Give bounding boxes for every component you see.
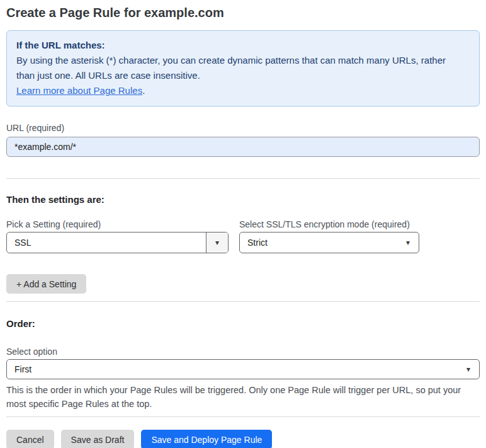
page-rule-form: Create a Page Rule for example.com If th… [0,0,486,448]
ssl-mode-selected-value: Strict [240,233,406,253]
order-selected-value: First [7,360,466,379]
save-and-deploy-button[interactable]: Save and Deploy Page Rule [141,430,272,448]
pick-setting-arrow-segment[interactable]: ▾ [206,233,228,253]
url-input[interactable] [6,137,480,157]
section-divider [6,301,480,302]
pick-setting-label: Pick a Setting (required) [6,219,229,230]
settings-row: Pick a Setting (required) SSL ▾ Select S… [6,206,480,253]
chevron-down-icon: ▾ [215,239,219,246]
chevron-down-icon: ▾ [406,239,410,246]
url-field-label: URL (required) [6,122,480,134]
info-box-link-line: Learn more about Page Rules. [16,83,470,98]
ssl-mode-arrow-wrap: ▾ [406,233,419,253]
save-as-draft-button[interactable]: Save as Draft [61,430,135,448]
order-arrow-wrap: ▾ [466,360,479,379]
order-section-heading: Order: [6,318,480,330]
info-box-heading: If the URL matches: [16,38,470,53]
add-setting-button[interactable]: + Add a Setting [6,274,86,294]
order-select-label: Select option [6,346,480,357]
chevron-down-icon: ▾ [466,365,470,373]
pick-setting-select[interactable]: SSL ▾ [6,232,229,253]
order-select[interactable]: First ▾ [6,359,480,379]
pick-setting-column: Pick a Setting (required) SSL ▾ [6,206,229,253]
ssl-mode-column: Select SSL/TLS encryption mode (required… [239,206,419,253]
order-help-text: This is the order in which your Page Rul… [6,383,475,411]
url-match-info-box: If the URL matches: By using the asteris… [6,30,480,106]
cancel-button[interactable]: Cancel [6,430,54,448]
info-box-body: By using the asterisk (*) character, you… [16,53,457,83]
link-suffix: . [142,85,145,96]
pick-setting-selected-value: SSL [7,233,206,253]
section-divider [6,178,480,179]
settings-section-heading: Then the settings are: [6,193,480,206]
ssl-mode-label: Select SSL/TLS encryption mode (required… [239,219,419,230]
footer-actions: Cancel Save as Draft Save and Deploy Pag… [6,430,480,448]
ssl-mode-select[interactable]: Strict ▾ [239,232,419,253]
section-divider [6,416,480,417]
page-title: Create a Page Rule for example.com [6,4,480,21]
learn-more-link[interactable]: Learn more about Page Rules [16,85,142,96]
